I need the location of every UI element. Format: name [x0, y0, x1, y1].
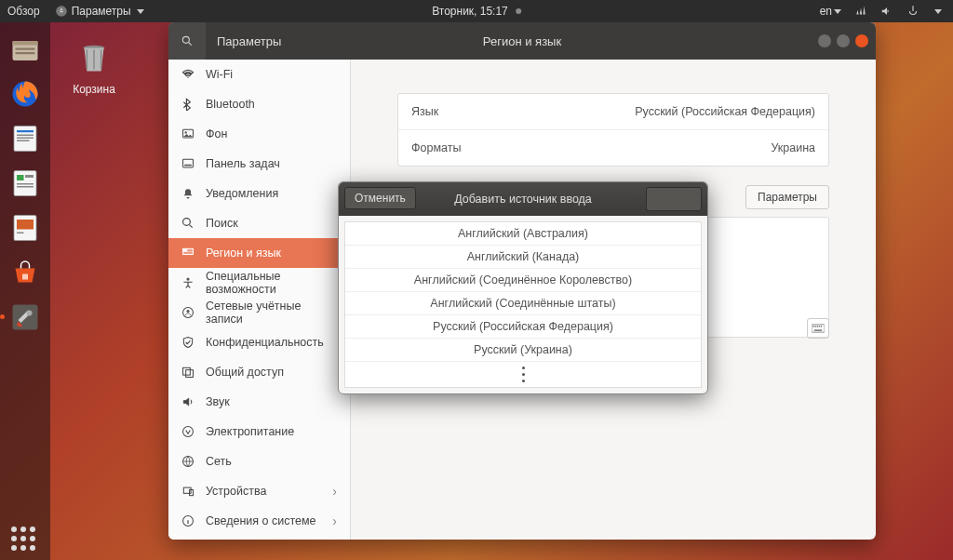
dialog-titlebar: Отменить Добавить источник ввода — [339, 182, 707, 216]
network-icon[interactable] — [854, 5, 867, 18]
sidebar-item-access[interactable]: Специальные возможности — [168, 268, 350, 298]
svg-rect-14 — [17, 183, 34, 185]
svg-point-21 — [27, 311, 33, 316]
svg-rect-42 — [812, 325, 825, 332]
dock-software[interactable] — [6, 253, 45, 292]
svg-rect-47 — [821, 326, 822, 327]
sidebar-item-privacy[interactable]: Конфиденциальность — [168, 327, 350, 357]
svg-rect-8 — [17, 135, 34, 137]
trash-label: Корзина — [73, 83, 115, 96]
svg-rect-28 — [184, 165, 192, 167]
input-source-option[interactable]: Английский (Австралия) — [345, 222, 701, 246]
language-value: Русский (Российская Федерация) — [635, 105, 815, 118]
svg-rect-18 — [17, 233, 24, 234]
dock-settings[interactable] — [6, 298, 45, 337]
ubuntu-dock — [0, 22, 50, 560]
sidebar-item-devices[interactable]: Устройства› — [168, 476, 350, 506]
sidebar-item-label: Устройства — [206, 485, 266, 498]
sidebar-item-label: Поиск — [206, 217, 238, 230]
svg-rect-7 — [17, 130, 34, 132]
input-options-button[interactable]: Параметры — [745, 185, 829, 209]
sidebar-item-dock[interactable]: Панель задач — [168, 149, 350, 179]
sidebar-item-sharing[interactable]: Общий доступ — [168, 357, 350, 387]
sidebar-item-label: Панель задач — [206, 157, 280, 170]
svg-point-37 — [183, 427, 194, 437]
dialog-cancel-button[interactable]: Отменить — [344, 187, 416, 209]
sidebar-item-label: Фон — [206, 127, 227, 140]
power-icon[interactable] — [906, 5, 919, 18]
svg-rect-17 — [17, 220, 34, 230]
titlebar-panel-name: Регион и язык — [483, 34, 561, 48]
sidebar-item-label: Уведомления — [206, 187, 278, 200]
clock[interactable]: Вторник, 15:17 — [432, 5, 521, 18]
sidebar-item-label: Сетевые учётные записи — [206, 300, 337, 326]
keyboard-layout-button[interactable] — [807, 318, 829, 339]
language-row[interactable]: Язык Русский (Российская Федерация) — [398, 94, 828, 130]
sidebar-item-power[interactable]: Электропитание — [168, 417, 350, 447]
sidebar-item-bluetooth[interactable]: Bluetooth — [168, 89, 350, 119]
settings-sidebar: Wi-FiBluetoothФонПанель задачУведомления… — [168, 60, 351, 540]
sidebar-item-network[interactable]: Сеть — [168, 447, 350, 476]
dock-impress[interactable] — [6, 208, 45, 247]
window-close[interactable] — [855, 34, 868, 47]
input-source-option[interactable]: Русский (Украина) — [345, 339, 701, 362]
svg-rect-15 — [17, 186, 34, 188]
sidebar-item-label: Wi-Fi — [206, 68, 233, 81]
window-minimize[interactable] — [818, 34, 831, 47]
svg-point-32 — [186, 278, 189, 281]
sidebar-item-label: Конфиденциальность — [206, 336, 324, 349]
add-input-source-dialog: Отменить Добавить источник ввода Английс… — [338, 181, 708, 394]
formats-label: Форматы — [411, 141, 461, 154]
sidebar-item-label: Специальные возможности — [206, 270, 337, 296]
keyboard-layout-indicator[interactable]: en — [820, 5, 841, 18]
sidebar-item-about[interactable]: Сведения о системе› — [168, 506, 350, 536]
svg-rect-12 — [17, 175, 24, 180]
dialog-add-button[interactable] — [646, 187, 702, 211]
sidebar-item-label: Bluetooth — [206, 98, 255, 111]
input-source-option[interactable]: Русский (Российская Федерация) — [345, 315, 701, 339]
app-menu[interactable]: Параметры — [55, 5, 144, 18]
svg-rect-35 — [183, 367, 191, 375]
formats-row[interactable]: Форматы Украина — [398, 130, 828, 166]
sidebar-item-accounts[interactable]: Сетевые учётные записи — [168, 298, 350, 327]
sidebar-item-label: Регион и язык — [206, 247, 281, 260]
sidebar-item-notifications[interactable]: Уведомления — [168, 179, 350, 208]
dock-files[interactable] — [6, 30, 45, 69]
input-source-more[interactable] — [345, 362, 701, 387]
input-source-option[interactable]: Английский (Соединённое Королевство) — [345, 269, 701, 292]
show-applications[interactable] — [11, 527, 35, 551]
window-maximize[interactable] — [837, 34, 850, 47]
svg-rect-46 — [819, 326, 820, 327]
sidebar-item-wifi[interactable]: Wi-Fi — [168, 60, 350, 89]
system-menu-chevron[interactable] — [934, 9, 942, 14]
svg-point-24 — [187, 76, 189, 78]
svg-rect-48 — [814, 329, 822, 330]
sidebar-item-sound[interactable]: Звук — [168, 387, 350, 417]
sidebar-item-search[interactable]: Поиск — [168, 208, 350, 238]
input-source-list: Английский (Австралия)Английский (Канада… — [344, 221, 702, 388]
language-label: Язык — [411, 105, 438, 118]
svg-point-34 — [186, 310, 189, 313]
dock-calc[interactable] — [6, 164, 45, 203]
input-source-option[interactable]: Английский (Канада) — [345, 246, 701, 269]
dock-writer[interactable] — [6, 119, 45, 158]
svg-rect-3 — [16, 48, 35, 50]
desktop-trash[interactable]: Корзина — [73, 37, 115, 96]
svg-rect-44 — [815, 326, 816, 327]
sidebar-item-background[interactable]: Фон — [168, 119, 350, 149]
input-source-option[interactable]: Английский (Соединённые штаты) — [345, 292, 701, 315]
sidebar-item-label: Сеть — [206, 455, 232, 468]
sidebar-item-label: Общий доступ — [206, 366, 284, 379]
gnome-top-bar: Обзор Параметры Вторник, 15:17 en — [0, 0, 953, 22]
dock-firefox[interactable] — [6, 74, 45, 113]
titlebar-search-button[interactable] — [168, 22, 206, 60]
formats-value: Украина — [771, 141, 815, 154]
volume-icon[interactable] — [880, 5, 893, 18]
svg-point-26 — [185, 131, 187, 133]
svg-rect-31 — [183, 248, 188, 251]
activities-button[interactable]: Обзор — [7, 5, 40, 18]
sidebar-item-region[interactable]: Регион и язык — [168, 238, 350, 268]
svg-point-23 — [182, 36, 189, 43]
svg-rect-9 — [17, 138, 34, 140]
svg-rect-45 — [817, 326, 818, 327]
